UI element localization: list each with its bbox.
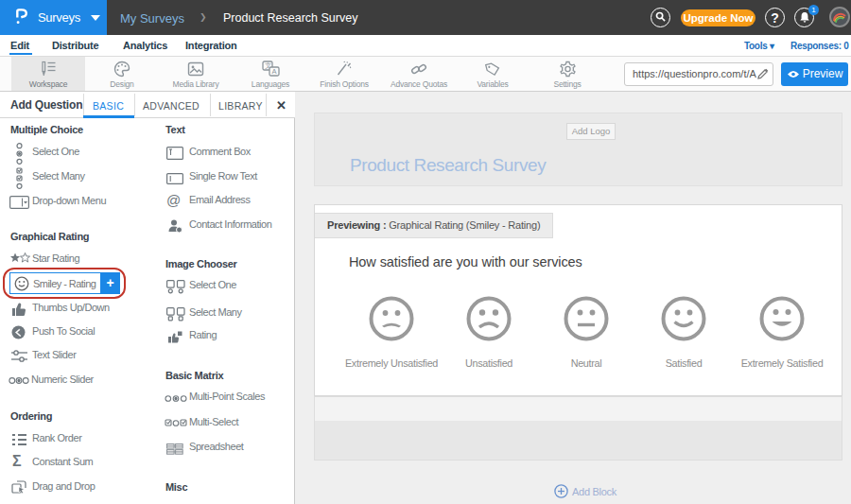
svg-text:A: A bbox=[272, 67, 277, 76]
